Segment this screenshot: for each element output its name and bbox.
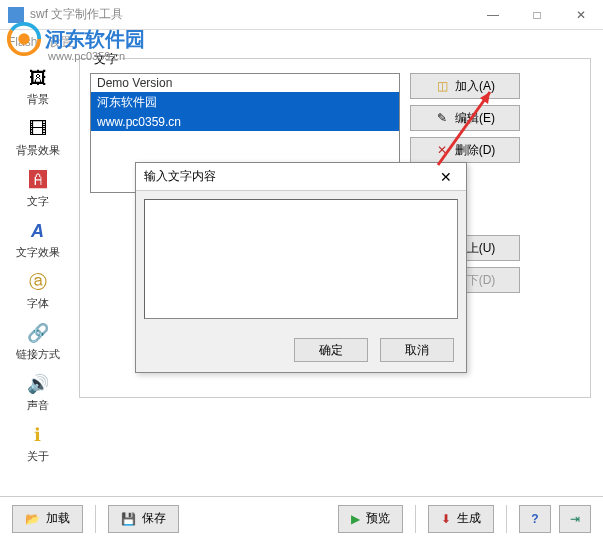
dialog-title-text: 输入文字内容 [144,168,216,185]
add-button[interactable]: ◫ 加入(A) [410,73,520,99]
sidebar-item-link[interactable]: 🔗 链接方式 [8,317,68,366]
sidebar-item-label: 文字效果 [16,245,60,260]
load-button[interactable]: 📂 加载 [12,505,83,533]
sidebar-item-label: 背景效果 [16,143,60,158]
window-title: swf 文字制作工具 [30,6,123,23]
close-button[interactable]: ✕ [559,0,603,30]
exit-button[interactable]: ⇥ [559,505,591,533]
sidebar-item-background[interactable]: 🖼 背景 [8,62,68,111]
app-icon [8,7,24,23]
maximize-button[interactable]: □ [515,0,559,30]
button-label: 生成 [457,510,481,527]
list-item[interactable]: www.pc0359.cn [91,113,399,131]
generate-button[interactable]: ⬇ 生成 [428,505,494,533]
ok-button[interactable]: 确定 [294,338,368,362]
text-effect-icon: A [26,219,50,243]
sidebar-item-sound[interactable]: 🔊 声音 [8,368,68,417]
input-dialog: 输入文字内容 ✕ 确定 取消 [135,162,467,373]
sidebar-item-about[interactable]: ℹ 关于 [8,419,68,468]
titlebar: swf 文字制作工具 — □ ✕ [0,0,603,30]
divider [415,505,416,533]
exit-icon: ⇥ [570,512,580,526]
sidebar-item-bg-effect[interactable]: 🎞 背景效果 [8,113,68,162]
bottombar: 📂 加载 💾 保存 ▶ 预览 ⬇ 生成 ? ⇥ [0,496,603,540]
cancel-button[interactable]: 取消 [380,338,454,362]
text-input[interactable] [144,199,458,319]
font-icon: ⓐ [26,270,50,294]
menu-flash[interactable]: Flash [8,35,37,49]
generate-icon: ⬇ [441,512,451,526]
button-label: 编辑(E) [455,110,495,127]
menu-settings[interactable]: 设置 [49,34,73,51]
sidebar-item-label: 链接方式 [16,347,60,362]
dialog-titlebar: 输入文字内容 ✕ [136,163,466,191]
divider [506,505,507,533]
folder-open-icon: 📂 [25,512,40,526]
text-icon: 🅰 [26,168,50,192]
sidebar-item-label: 字体 [27,296,49,311]
preview-button[interactable]: ▶ 预览 [338,505,403,533]
sound-icon: 🔊 [26,372,50,396]
help-icon: ? [531,512,538,526]
button-label: 加载 [46,510,70,527]
help-button[interactable]: ? [519,505,551,533]
button-label: 删除(D) [455,142,496,159]
add-icon: ◫ [435,79,449,93]
save-button[interactable]: 💾 保存 [108,505,179,533]
groupbox-title: 文字 [90,51,122,68]
sidebar-item-text-effect[interactable]: A 文字效果 [8,215,68,264]
list-item[interactable]: Demo Version [91,74,399,92]
dialog-close-button[interactable]: ✕ [426,163,466,191]
sidebar-item-label: 文字 [27,194,49,209]
delete-icon: ✕ [435,143,449,157]
sidebar-item-label: 关于 [27,449,49,464]
save-icon: 💾 [121,512,136,526]
button-label: 预览 [366,510,390,527]
sidebar: 🖼 背景 🎞 背景效果 🅰 文字 A 文字效果 ⓐ 字体 🔗 链接方式 🔊 声音 [0,54,75,494]
divider [95,505,96,533]
sidebar-item-label: 声音 [27,398,49,413]
link-icon: 🔗 [26,321,50,345]
edit-icon: ✎ [435,111,449,125]
sidebar-item-label: 背景 [27,92,49,107]
info-icon: ℹ [26,423,50,447]
list-item[interactable]: 河东软件园 [91,92,399,113]
edit-button[interactable]: ✎ 编辑(E) [410,105,520,131]
delete-button[interactable]: ✕ 删除(D) [410,137,520,163]
image-icon: 🖼 [26,66,50,90]
button-label: 保存 [142,510,166,527]
sidebar-item-font[interactable]: ⓐ 字体 [8,266,68,315]
button-label: 加入(A) [455,78,495,95]
sidebar-item-text[interactable]: 🅰 文字 [8,164,68,213]
preview-icon: ▶ [351,512,360,526]
minimize-button[interactable]: — [471,0,515,30]
film-icon: 🎞 [26,117,50,141]
